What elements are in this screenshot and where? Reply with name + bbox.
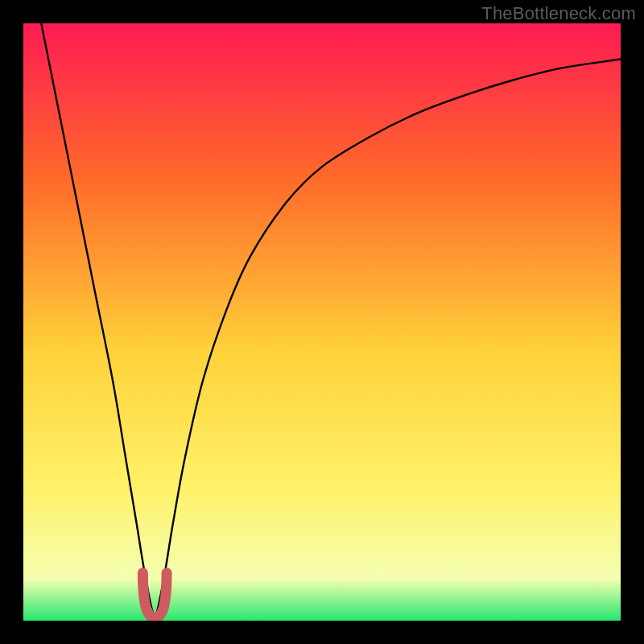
- chart-frame: TheBottleneck.com: [0, 0, 644, 644]
- curve-layer: [23, 23, 621, 621]
- plot-area: [23, 23, 621, 621]
- watermark-text: TheBottleneck.com: [481, 3, 636, 24]
- valley-marker: [142, 573, 167, 617]
- bottleneck-curve: [41, 23, 621, 615]
